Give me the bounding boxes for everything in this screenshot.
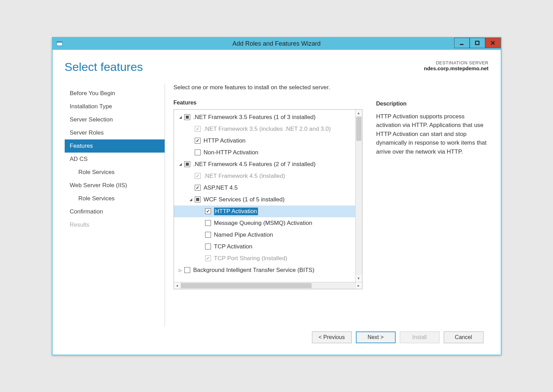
description-label: Description: [376, 101, 489, 107]
horizontal-scrollbar[interactable]: ◂ ▸: [174, 282, 362, 289]
tree-row[interactable]: ◢HTTP Activation: [174, 206, 355, 217]
features-label: Features: [174, 100, 362, 106]
previous-button[interactable]: < Previous: [312, 331, 352, 343]
tree-item-label: Message Queuing (MSMQ) Activation: [214, 220, 312, 227]
checkbox[interactable]: [195, 138, 201, 144]
sidebar-step-2[interactable]: Server Selection: [65, 113, 165, 126]
tree-row[interactable]: ▷Background Intelligent Transfer Service…: [174, 264, 355, 276]
checkbox[interactable]: [184, 161, 190, 167]
tree-row[interactable]: ◢TCP Port Sharing (Installed): [174, 253, 355, 264]
tree-row[interactable]: ◢TCP Activation: [174, 241, 355, 253]
svg-rect-0: [57, 42, 62, 46]
expander-expanded-icon[interactable]: ◢: [177, 115, 184, 119]
wizard-footer: < Previous Next > Install Cancel: [65, 327, 489, 348]
sidebar-step-4[interactable]: Features: [65, 139, 165, 153]
features-tree-container: ◢.NET Framework 3.5 Features (1 of 3 ins…: [174, 109, 362, 289]
tree-item-label: TCP Activation: [214, 243, 252, 250]
sidebar-step-9[interactable]: Confirmation: [65, 205, 165, 218]
window-controls: [454, 38, 501, 50]
tree-item-label: .NET Framework 4.5 (Installed): [204, 173, 285, 180]
features-tree[interactable]: ◢.NET Framework 3.5 Features (1 of 3 ins…: [174, 110, 355, 282]
vertical-scrollbar[interactable]: ▴ ▾: [355, 110, 362, 282]
sidebar-step-6[interactable]: Role Services: [65, 166, 165, 179]
tree-row[interactable]: ◢.NET Framework 4.5 (Installed): [174, 170, 355, 182]
checkbox[interactable]: [205, 220, 211, 226]
tree-item-label: HTTP Activation: [214, 208, 258, 215]
sidebar-step-7[interactable]: Web Server Role (IIS): [65, 179, 165, 192]
tree-item-label: TCP Port Sharing (Installed): [214, 255, 287, 262]
intro-text: Select one or more features to install o…: [174, 84, 362, 91]
tree-row[interactable]: ◢.NET Framework 3.5 (includes .NET 2.0 a…: [174, 123, 355, 135]
tree-row[interactable]: ◢Non-HTTP Activation: [174, 147, 355, 158]
scroll-right-arrow[interactable]: ▸: [355, 282, 362, 289]
svg-rect-2: [460, 44, 463, 45]
horizontal-scroll-thumb[interactable]: [181, 283, 312, 288]
checkbox: [195, 173, 201, 179]
tree-item-label: Background Intelligent Transfer Service …: [193, 267, 315, 274]
svg-rect-3: [476, 41, 479, 45]
checkbox[interactable]: [205, 244, 211, 249]
scroll-left-arrow[interactable]: ◂: [174, 282, 181, 289]
description-text: HTTP Activation supports process activat…: [376, 112, 489, 156]
tree-row[interactable]: ◢ASP.NET 4.5: [174, 182, 355, 194]
destination-block: DESTINATION SERVER ndes.corp.mstepdemo.n…: [424, 60, 489, 71]
wizard-steps-sidebar: Before You BeginInstallation TypeServer …: [65, 84, 165, 327]
tree-item-label: HTTP Activation: [204, 137, 246, 144]
sidebar-step-8[interactable]: Role Services: [65, 192, 165, 205]
tree-item-label: Named Pipe Activation: [214, 231, 273, 238]
tree-item-label: Non-HTTP Activation: [204, 149, 258, 156]
checkbox[interactable]: [184, 114, 190, 120]
install-button: Install: [400, 331, 440, 343]
destination-server: ndes.corp.mstepdemo.net: [424, 65, 489, 71]
tree-row[interactable]: ◢Named Pipe Activation: [174, 229, 355, 241]
sidebar-step-1[interactable]: Installation Type: [65, 100, 165, 113]
tree-item-label: ASP.NET 4.5: [204, 184, 238, 191]
tree-item-label: .NET Framework 4.5 Features (2 of 7 inst…: [193, 161, 316, 168]
tree-row[interactable]: ◢.NET Framework 4.5 Features (2 of 7 ins…: [174, 158, 355, 170]
wizard-window: Add Roles and Features Wizard Select fea…: [52, 37, 501, 355]
checkbox[interactable]: [195, 149, 201, 155]
sidebar-step-0[interactable]: Before You Begin: [65, 87, 165, 100]
minimize-button[interactable]: [454, 38, 470, 48]
window-title: Add Roles and Features Wizard: [53, 40, 501, 47]
scroll-down-arrow[interactable]: ▾: [356, 275, 362, 282]
svg-rect-1: [57, 42, 62, 43]
sidebar-step-3[interactable]: Server Roles: [65, 126, 165, 139]
expander-collapsed-icon[interactable]: ▷: [177, 268, 184, 273]
checkbox[interactable]: [205, 208, 211, 214]
sidebar-step-10: Results: [65, 218, 165, 231]
expander-expanded-icon[interactable]: ◢: [177, 162, 184, 166]
scroll-up-arrow[interactable]: ▴: [356, 110, 362, 117]
content-area: Select features DESTINATION SERVER ndes.…: [53, 50, 501, 355]
checkbox[interactable]: [205, 232, 211, 238]
tree-row[interactable]: ◢HTTP Activation: [174, 135, 355, 147]
tree-row[interactable]: ◢.NET Framework 3.5 Features (1 of 3 ins…: [174, 111, 355, 123]
cancel-button[interactable]: Cancel: [444, 331, 483, 343]
tree-row[interactable]: ◢WCF Services (1 of 5 installed): [174, 194, 355, 206]
page-title: Select features: [65, 60, 143, 74]
sidebar-step-5[interactable]: AD CS: [65, 153, 165, 166]
maximize-button[interactable]: [470, 38, 485, 48]
checkbox[interactable]: [195, 185, 201, 191]
tree-item-label: .NET Framework 3.5 (includes .NET 2.0 an…: [204, 126, 331, 133]
tree-item-label: WCF Services (1 of 5 installed): [204, 196, 285, 203]
tree-item-label: .NET Framework 3.5 Features (1 of 3 inst…: [193, 114, 316, 121]
vertical-scroll-thumb[interactable]: [356, 117, 361, 141]
next-button[interactable]: Next >: [356, 331, 396, 343]
destination-label: DESTINATION SERVER: [424, 60, 489, 65]
expander-expanded-icon[interactable]: ◢: [188, 198, 194, 201]
titlebar[interactable]: Add Roles and Features Wizard: [53, 38, 501, 50]
app-icon: [55, 39, 64, 48]
checkbox[interactable]: [195, 197, 201, 202]
checkbox: [205, 255, 211, 261]
checkbox[interactable]: [184, 267, 190, 273]
checkbox: [195, 126, 201, 132]
close-button[interactable]: [485, 38, 501, 48]
tree-row[interactable]: ◢Message Queuing (MSMQ) Activation: [174, 217, 355, 229]
